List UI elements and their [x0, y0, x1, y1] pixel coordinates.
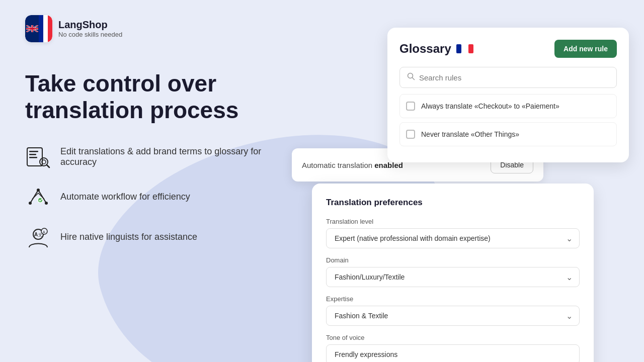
left-content: Take control over translation process Ed… — [25, 70, 287, 250]
hero-title: Take control over translation process — [25, 70, 287, 124]
glossary-title: Glossary — [399, 42, 473, 56]
feature-item-2: Automate workflow for efficiency — [25, 184, 287, 210]
translation-level-label: Translation level — [326, 218, 580, 225]
svg-rect-12 — [29, 157, 37, 158]
svg-line-14 — [47, 165, 49, 167]
rule-text-1: Always translate «Checkout» to «Paiement… — [421, 102, 559, 110]
brand-name: LangShop — [58, 19, 122, 31]
feature-text-3: Hire native linguists for assistance — [60, 232, 197, 242]
translation-level-select[interactable]: Expert (native professional with domain … — [326, 228, 580, 248]
linguist-icon: A 文 A — [25, 224, 51, 250]
svg-point-17 — [29, 202, 32, 205]
svg-text:文: 文 — [38, 233, 42, 237]
feature-item-3: A 文 A Hire native linguists for assistan… — [25, 224, 287, 250]
svg-rect-10 — [29, 151, 38, 152]
workflow-icon — [25, 184, 51, 210]
brand-tagline: No code skills needed — [58, 31, 122, 38]
translation-prefs-card: Translation preferences Translation leve… — [312, 184, 594, 362]
flag-white — [462, 44, 467, 53]
flag-red — [468, 44, 473, 53]
add-rule-button[interactable]: Add new rule — [554, 40, 617, 58]
svg-line-26 — [413, 78, 415, 80]
logo-icon — [25, 15, 52, 42]
domain-label: Domain — [326, 256, 580, 264]
rule-checkbox-2[interactable] — [406, 130, 415, 139]
prefs-title: Translation preferences — [326, 198, 580, 208]
glossary-card: Glossary Add new rule Always translate «… — [387, 28, 629, 162]
feature-list: Edit translations & add brand terms to g… — [25, 144, 287, 250]
glossary-header: Glossary Add new rule — [399, 40, 617, 58]
rule-checkbox-1[interactable] — [406, 102, 415, 111]
tone-input[interactable] — [326, 344, 580, 362]
glossary-title-text: Glossary — [399, 42, 451, 56]
search-box — [399, 67, 617, 88]
tone-label: Tone of voice — [326, 334, 580, 341]
svg-text:A: A — [43, 230, 45, 234]
rule-item-1: Always translate «Checkout» to «Paiement… — [399, 94, 617, 118]
feature-text-1: Edit translations & add brand terms to g… — [60, 146, 287, 167]
translation-level-select-wrapper: Expert (native professional with domain … — [326, 228, 580, 248]
feature-text-2: Automate workflow for efficiency — [60, 192, 190, 202]
svg-text:A: A — [34, 232, 38, 237]
header: LangShop No code skills needed — [25, 15, 122, 42]
logo-text: LangShop No code skills needed — [58, 19, 122, 38]
rule-item-2: Never translate «Other Things» — [399, 122, 617, 146]
form-group-domain: Domain Fashion/Luxury/TextileTechnologyL… — [326, 256, 580, 287]
expertise-label: Expertise — [326, 295, 580, 303]
form-group-expertise: Expertise Fashion & TextileLuxurySports … — [326, 295, 580, 326]
french-flag — [456, 44, 473, 53]
domain-select[interactable]: Fashion/Luxury/TextileTechnologyLegalMed… — [326, 267, 580, 287]
flag-blue — [456, 44, 461, 53]
svg-point-19 — [38, 198, 43, 203]
svg-point-16 — [37, 189, 40, 192]
feature-item-1: Edit translations & add brand terms to g… — [25, 144, 287, 170]
expertise-select[interactable]: Fashion & TextileLuxurySports — [326, 306, 580, 326]
glossary-search-icon — [25, 144, 51, 170]
expertise-select-wrapper: Fashion & TextileLuxurySports ⌄ — [326, 306, 580, 326]
rule-text-2: Never translate «Other Things» — [421, 130, 519, 138]
domain-select-wrapper: Fashion/Luxury/TextileTechnologyLegalMed… — [326, 267, 580, 287]
search-input[interactable] — [419, 73, 609, 82]
svg-rect-11 — [29, 154, 36, 155]
svg-point-18 — [45, 202, 48, 205]
search-icon — [407, 72, 415, 82]
form-group-translation-level: Translation level Expert (native profess… — [326, 218, 580, 248]
auto-trans-text: Automatic translation enabled — [302, 161, 403, 169]
auto-trans-label: Automatic translation — [302, 161, 372, 169]
form-group-tone: Tone of voice — [326, 334, 580, 362]
